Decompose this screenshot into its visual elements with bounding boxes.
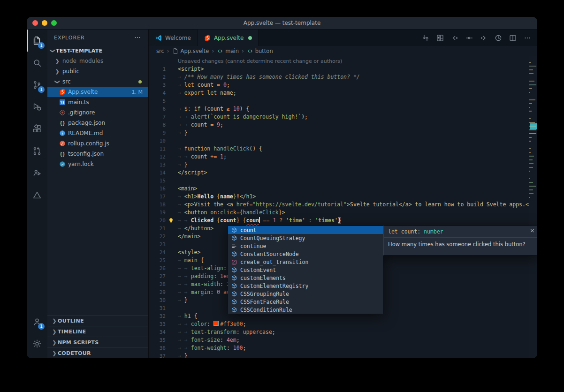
editor-content[interactable]: Unsaved changes (cannot determine recent… bbox=[149, 56, 537, 358]
tree-item-package.json[interactable]: {}package.json bbox=[47, 118, 148, 128]
tree-item-README.md[interactable]: README.md bbox=[47, 128, 148, 138]
panel-OUTLINE[interactable]: ❯OUTLINE bbox=[47, 315, 148, 326]
code-line-12[interactable]: 12→ → count += 1; bbox=[149, 153, 537, 161]
modified-dot bbox=[248, 36, 252, 40]
panel-CODETOUR[interactable]: ❯CODETOUR bbox=[47, 347, 148, 358]
code-line-7[interactable]: 7→ → alert(`count is dangerously high!`)… bbox=[149, 113, 537, 121]
code-line-13[interactable]: 13→ } bbox=[149, 161, 537, 169]
code-line-35[interactable]: 35→ → font-size: 4em; bbox=[149, 336, 537, 344]
line-number: 32 bbox=[149, 312, 166, 320]
code-line-36[interactable]: 36→ → font-weight: 100; bbox=[149, 344, 537, 352]
tree-item-.gitignore[interactable]: .gitignore bbox=[47, 107, 148, 118]
suggest-item-create_out_transition[interactable]: create_out_transition bbox=[228, 258, 383, 266]
line-number: 12 bbox=[149, 153, 166, 161]
suggestion-label: ConstantSourceNode bbox=[240, 251, 299, 257]
traffic-light-zoom[interactable] bbox=[51, 20, 57, 26]
code-line-11[interactable]: 11→ function handleClick() { bbox=[149, 145, 537, 153]
code-line-16[interactable]: 16<main> bbox=[149, 185, 537, 193]
title-bar[interactable]: App.svelte — test-template bbox=[27, 17, 537, 30]
panel-NPM SCRIPTS[interactable]: ❯NPM SCRIPTS bbox=[47, 337, 148, 347]
suggestion-label: count bbox=[240, 227, 257, 234]
tree-item-public[interactable]: ❯public bbox=[47, 66, 148, 76]
code-line-20[interactable]: 20→ → Clicked {count} {coun == 1 ? 'time… bbox=[149, 217, 537, 225]
breadcrumb-item-App.svelte[interactable]: App.svelte bbox=[172, 48, 209, 54]
suggest-item-ConstantSourceNode[interactable]: ConstantSourceNode bbox=[228, 250, 383, 258]
suggest-item-CustomElementRegistry[interactable]: CustomElementRegistry bbox=[228, 282, 383, 290]
tree-item-label: .gitignore bbox=[68, 109, 95, 116]
activity-bar: 11 1 bbox=[27, 30, 47, 358]
breadcrumb-item-button[interactable]: button bbox=[247, 48, 273, 54]
activity-settings[interactable] bbox=[27, 332, 47, 354]
panel-TIMELINE[interactable]: ❯TIMELINE bbox=[47, 326, 148, 337]
tree-item-src[interactable]: ❯src bbox=[47, 76, 148, 87]
activity-accounts[interactable]: 1 bbox=[27, 310, 47, 332]
tab-Welcome[interactable]: Welcome bbox=[149, 30, 198, 46]
tree-item-main.ts[interactable]: TSmain.ts bbox=[47, 97, 148, 107]
activity-explorer[interactable]: 1 bbox=[27, 30, 47, 52]
close-icon[interactable]: × bbox=[530, 227, 535, 234]
code-line-14[interactable]: 14</script> bbox=[149, 169, 537, 177]
activity-extensions[interactable] bbox=[27, 118, 47, 140]
code-line-3[interactable]: 3→ let count = 0; bbox=[149, 81, 537, 89]
activity-run-debug[interactable] bbox=[27, 96, 47, 118]
more-actions-button[interactable] bbox=[523, 34, 532, 42]
code-line-18[interactable]: 18→ <p>Visit the <a href="https://svelte… bbox=[149, 201, 537, 209]
code-line-8[interactable]: 8→ → count = 9; bbox=[149, 121, 537, 129]
suggest-item-continue[interactable]: continue bbox=[228, 242, 383, 250]
suggest-item-CustomEvent[interactable]: CustomEvent bbox=[228, 266, 383, 274]
suggest-item-customElements[interactable]: customElements bbox=[228, 274, 383, 282]
code-line-37[interactable]: 37→ } bbox=[149, 352, 537, 358]
chevron-icon: ❯ bbox=[51, 329, 58, 335]
code-line-19[interactable]: 19→ <button on:click={handleClick}> bbox=[149, 209, 537, 217]
suggest-item-CSSGroupingRule[interactable]: CSSGroupingRule bbox=[228, 290, 383, 298]
more-actions-button[interactable] bbox=[133, 33, 142, 42]
suggest-item-CSSConditionRule[interactable]: CSSConditionRule bbox=[228, 306, 383, 314]
tab-App.svelte[interactable]: App.svelte bbox=[198, 30, 259, 46]
chevron-icon: ❯ bbox=[51, 350, 58, 356]
tree-item-rollup.config.js[interactable]: rollup.config.js bbox=[47, 138, 148, 149]
symbol-class-icon bbox=[231, 307, 237, 313]
file-history-button[interactable] bbox=[494, 34, 503, 42]
suggest-item-CSSFontFaceRule[interactable]: CSSFontFaceRule bbox=[228, 298, 383, 306]
suggest-item-CountQueuingStrategy[interactable]: CountQueuingStrategy bbox=[228, 234, 383, 242]
line-number: 19 bbox=[149, 209, 166, 217]
code-line-1[interactable]: 1<script> bbox=[149, 65, 537, 73]
activity-source-control[interactable]: 1 bbox=[27, 74, 47, 96]
code-line-15[interactable]: 15 bbox=[149, 177, 537, 185]
code-line-10[interactable]: 10 bbox=[149, 137, 537, 145]
code-line-9[interactable]: 9→ } bbox=[149, 129, 537, 137]
code-line-33[interactable]: 33→ → color: #ff3e00; bbox=[149, 320, 537, 328]
line-number: 7 bbox=[149, 113, 166, 121]
traffic-light-minimize[interactable] bbox=[42, 20, 47, 26]
breadcrumb-item-main[interactable]: main bbox=[217, 48, 239, 54]
code-line-17[interactable]: 17→ <h1>Hello {name}!</h1> bbox=[149, 193, 537, 201]
color-swatch[interactable] bbox=[213, 321, 219, 326]
split-editor-button[interactable] bbox=[509, 34, 517, 42]
activity-azure[interactable] bbox=[27, 184, 47, 206]
code-line-4[interactable]: 4→ export let name; bbox=[149, 89, 537, 97]
gear-icon bbox=[32, 339, 42, 349]
code-line-6[interactable]: 6→ $: if (count ≥ 10) { bbox=[149, 105, 537, 113]
next-change-button[interactable] bbox=[480, 34, 488, 42]
activity-live-share[interactable] bbox=[27, 162, 47, 184]
tree-item-App.svelte[interactable]: App.svelte1, M bbox=[47, 87, 148, 97]
tree-item-tsconfig.json[interactable]: {}tsconfig.json bbox=[47, 149, 148, 159]
traffic-light-close[interactable] bbox=[32, 20, 38, 26]
code-line-2[interactable]: 2→ /** How many times has someone clicke… bbox=[149, 73, 537, 81]
activity-search[interactable] bbox=[27, 52, 47, 74]
code-line-5[interactable]: 5 bbox=[149, 97, 537, 105]
section-header-test-template[interactable]: ❯ TEST-TEMPLATE bbox=[47, 45, 148, 56]
breadcrumb-item-src[interactable]: src bbox=[156, 48, 164, 54]
line-number: 33 bbox=[149, 320, 166, 328]
compare-changes-button[interactable] bbox=[421, 34, 430, 42]
breadcrumb-label: button bbox=[255, 48, 273, 54]
open-changes-button[interactable] bbox=[436, 34, 444, 42]
tree-item-yarn.lock[interactable]: yarn.lock bbox=[47, 159, 148, 169]
suggest-item-count[interactable]: count bbox=[228, 226, 383, 234]
current-change-button[interactable] bbox=[465, 34, 473, 42]
activity-github-pull-requests[interactable] bbox=[27, 140, 47, 162]
previous-change-button[interactable] bbox=[450, 34, 459, 42]
tree-item-node_modules[interactable]: ❯node_modules bbox=[47, 56, 148, 66]
code-line-34[interactable]: 34→ → text-transform: uppercase; bbox=[149, 328, 537, 336]
chevron-icon: ❯ bbox=[51, 339, 58, 346]
